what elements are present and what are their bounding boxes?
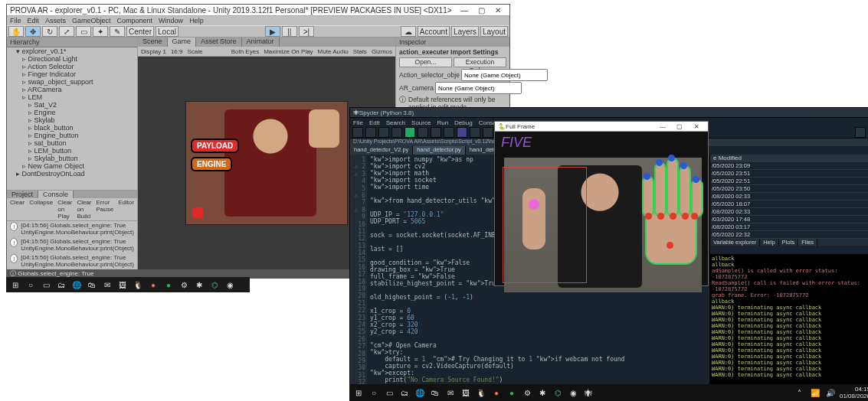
panel-tab[interactable]: Files	[798, 239, 817, 246]
menu-file[interactable]: File	[10, 17, 21, 24]
firefox-icon[interactable]: ●	[490, 386, 503, 399]
pivot-center[interactable]: Center	[126, 26, 154, 37]
menu-file[interactable]: File	[353, 119, 363, 126]
file-row[interactable]: /05/2020 23:09	[710, 162, 868, 170]
settings-icon[interactable]: ⚙	[178, 279, 190, 291]
edge-icon[interactable]: 🌐	[414, 386, 426, 399]
windows-taskbar-right[interactable]: ⊞ ○ ▭ 🗂 🌐 🛍 ✉ 🖼 🐧 ● ● ⚙ ✱ ⌬ ◉ 🕷 ˄ 📶 🔊 04…	[349, 384, 868, 401]
start-icon[interactable]: ⊞	[9, 279, 21, 291]
tab-assetstore[interactable]: Asset Store	[196, 37, 242, 47]
saveall-icon[interactable]	[391, 127, 402, 138]
panel-tab[interactable]: Plots	[779, 239, 799, 246]
account-menu[interactable]: Account	[418, 26, 450, 37]
collab-icon[interactable]: ☁	[401, 26, 416, 37]
hierarchy-item[interactable]: ▹ LEM_button	[7, 147, 137, 155]
console-opt[interactable]: Clear on Build	[77, 199, 91, 220]
object-field[interactable]	[461, 69, 548, 81]
spyder-taskbar-icon[interactable]: 🕷	[582, 386, 594, 399]
hierarchy-item[interactable]: ▹ Engine_button	[7, 132, 137, 139]
photos-icon[interactable]: 🖼	[116, 279, 129, 291]
hierarchy-item[interactable]: ▹ Sat_V2	[7, 101, 137, 109]
close-icon[interactable]: ✕	[688, 122, 705, 131]
fullframe-titlebar[interactable]: 🐍 Full Frame — ▢ ✕	[495, 122, 708, 132]
mute-toggle[interactable]: Mute Audio	[318, 48, 349, 55]
file-row[interactable]: /05/2020 18:07	[710, 200, 868, 208]
console-opt[interactable]: Editor	[118, 199, 134, 220]
search-icon[interactable]: ○	[368, 386, 380, 399]
pause-button[interactable]: ||	[282, 26, 297, 37]
minimize-icon[interactable]: —	[814, 108, 831, 117]
hierarchy-item[interactable]: ▹ sat_button	[7, 139, 137, 147]
spotify-icon[interactable]: ●	[506, 386, 518, 399]
file-row[interactable]: /05/2020 23:51	[710, 170, 868, 178]
menu-edit[interactable]: Edit	[28, 17, 40, 24]
slack-icon[interactable]: ✱	[536, 386, 549, 399]
console-opt[interactable]: Clear on Play	[57, 199, 72, 220]
hand-tool-icon[interactable]: ✋	[8, 26, 24, 37]
linux-icon[interactable]: 🐧	[132, 279, 144, 291]
tab-scene[interactable]: Scene	[138, 37, 168, 47]
panel-tab[interactable]: Help	[760, 239, 778, 246]
unity-icon[interactable]: ◉	[567, 386, 579, 399]
edge-icon[interactable]: 🌐	[70, 279, 83, 291]
inspector-tab[interactable]: Inspector	[396, 37, 509, 47]
hierarchy-tab[interactable]: Hierarchy	[7, 37, 137, 47]
menu-component[interactable]: Component	[117, 17, 153, 24]
mail-icon[interactable]: ✉	[101, 279, 113, 291]
transform-tool-icon[interactable]: ✦	[93, 26, 108, 37]
mail-icon[interactable]: ✉	[444, 386, 457, 399]
console-opt[interactable]: Error Pause	[97, 199, 114, 220]
minimize-icon[interactable]: —	[456, 5, 473, 15]
file-row[interactable]: /03/2020 17:48	[710, 216, 868, 223]
maximize-icon[interactable]: ▢	[473, 5, 490, 15]
hierarchy-item[interactable]: ▹ ARCamera	[7, 86, 137, 93]
hierarchy-item[interactable]: ▹ LEM	[7, 93, 137, 101]
menu-run[interactable]: Run	[437, 119, 448, 126]
layout-menu[interactable]: Layout	[480, 26, 508, 37]
file-row[interactable]: /05/2020 23:50	[710, 185, 868, 193]
tab-console[interactable]: Console	[38, 191, 74, 198]
console-opt[interactable]: Collapse	[29, 199, 53, 220]
save-file-icon[interactable]	[378, 127, 389, 138]
spotify-icon[interactable]: ●	[162, 279, 175, 291]
explorer-icon[interactable]: 🗂	[398, 386, 411, 399]
console-opt[interactable]: Clear	[10, 199, 25, 220]
file-row[interactable]: /05/2020 22:32	[710, 231, 868, 239]
payload-badge[interactable]: PAYLOAD	[191, 139, 239, 153]
taskview-icon[interactable]: ▭	[383, 386, 395, 399]
unity-titlebar[interactable]: PROVA AR - explorer_v0.1 - PC, Mac & Lin…	[7, 5, 509, 16]
new-file-icon[interactable]	[352, 127, 363, 138]
vscode-icon[interactable]: ⌬	[208, 279, 221, 291]
maximize-icon[interactable]: ▢	[831, 108, 848, 117]
store-icon[interactable]: 🛍	[429, 386, 441, 399]
file-row[interactable]: /08/2020 02:33	[710, 208, 868, 216]
pivot-local[interactable]: Local	[156, 26, 179, 37]
panel-tab[interactable]: Variable explorer	[710, 239, 760, 246]
open-button[interactable]: Open...	[399, 57, 452, 67]
files-list[interactable]: /05/2020 23:09/05/2020 23:51/05/2020 22:…	[710, 162, 868, 239]
aspect-dropdown[interactable]: 16:9	[171, 48, 183, 55]
spyder-titlebar[interactable]: 🕷 Spyder (Python 3.8) — ▢ ✕	[350, 108, 868, 118]
stepover-icon[interactable]	[470, 127, 480, 138]
start-icon[interactable]: ⊞	[352, 386, 365, 399]
unity-icon[interactable]: ◉	[224, 279, 236, 291]
store-icon[interactable]: 🛍	[86, 279, 98, 291]
console-body[interactable]: ![04:15:56] Globals.select_engine: TrueU…	[7, 221, 137, 269]
editor-tab[interactable]: hand_detector.py	[413, 146, 466, 155]
hierarchy-tree[interactable]: ▾ explorer_v0.1* ▹ Directional Light▹ Ac…	[7, 47, 137, 190]
tray-chevron-icon[interactable]: ˄	[794, 386, 806, 399]
console-line[interactable]: ![04:15:56] Globals.select_engine: TrueU…	[7, 237, 137, 253]
move-tool-icon[interactable]: ✥	[25, 26, 41, 37]
menu-window[interactable]: Window	[159, 17, 183, 24]
hierarchy-item[interactable]: ▹ Finger Indicator	[7, 70, 137, 78]
hierarchy-item[interactable]: ▹ Directional Light	[7, 55, 137, 63]
maximize-toggle[interactable]: Maximize On Play	[264, 48, 313, 55]
vscode-icon[interactable]: ⌬	[552, 386, 564, 399]
search-icon[interactable]: ○	[25, 279, 37, 291]
console-line[interactable]: ![04:15:56] Globals.select_engine: TrueU…	[7, 253, 137, 269]
hierarchy-item[interactable]: ▹ Action Selector	[7, 63, 137, 70]
console-line[interactable]: ![04:15:56] Globals.select_engine: TrueU…	[7, 221, 137, 237]
scale-tool-icon[interactable]: ⤢	[59, 26, 74, 37]
explorer-icon[interactable]: 🗂	[55, 279, 67, 291]
rotate-tool-icon[interactable]: ↻	[42, 26, 57, 37]
